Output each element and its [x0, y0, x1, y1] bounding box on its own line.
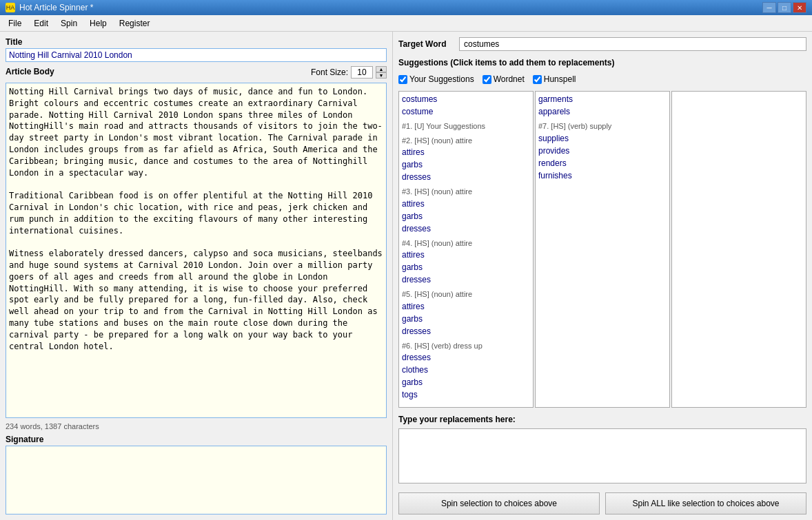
suggestion-group-header: #2. [HS] (noun) attire [402, 135, 530, 147]
target-word-label: Target Word [398, 39, 454, 49]
checkbox-your-suggestions-input[interactable] [398, 75, 407, 84]
article-body-container [6, 83, 387, 418]
checkboxes-row: Your Suggestions Wordnet Hunspell [398, 74, 806, 84]
spin-selection-button[interactable]: Spin selection to choices above [398, 492, 600, 514]
menu-spin[interactable]: Spin [55, 17, 83, 30]
suggestions-columns: costumescostume#1. [U] Your Suggestions#… [398, 91, 806, 408]
suggestion-item[interactable]: attires [402, 249, 530, 261]
menu-file[interactable]: File [3, 17, 27, 30]
close-button[interactable]: ✕ [793, 2, 806, 13]
app-title: Hot Article Spinner * [19, 3, 93, 12]
title-bar-buttons: ─ □ ✕ [762, 2, 806, 13]
suggestion-group-header: #5. [HS] (noun) attire [402, 289, 530, 300]
spin-all-selection-button[interactable]: Spin ALL like selection to choices above [605, 492, 806, 514]
suggestion-item[interactable]: clothes [402, 364, 530, 376]
menu-register[interactable]: Register [114, 17, 156, 30]
font-size-input[interactable] [351, 66, 373, 79]
suggestion-item[interactable]: dresses [402, 222, 530, 235]
article-body[interactable] [6, 83, 387, 418]
suggestion-item[interactable]: renders [538, 157, 667, 169]
suggestion-item[interactable]: garbs [402, 261, 530, 273]
replacements-label: Type your replacements here: [398, 415, 806, 424]
suggestion-item[interactable]: garbs [402, 210, 530, 222]
suggestion-item[interactable]: garments [538, 93, 667, 105]
title-bar: HA Hot Article Spinner * ─ □ ✕ [0, 0, 812, 15]
checkbox-your-suggestions-label: Your Suggestions [409, 74, 474, 84]
font-size-up[interactable]: ▲ [376, 66, 387, 72]
suggestion-item[interactable]: attires [402, 146, 530, 158]
menu-bar: File Edit Spin Help Register [0, 15, 812, 32]
suggestion-item[interactable]: dresses [402, 171, 530, 183]
suggestion-group-header: #3. [HS] (noun) attire [402, 186, 530, 198]
checkbox-hunspell-input[interactable] [533, 75, 542, 84]
font-size-control: Font Size: ▲ ▼ [311, 66, 387, 79]
title-bar-left: HA Hot Article Spinner * [6, 3, 93, 12]
app-icon: HA [6, 3, 15, 12]
suggestion-item[interactable]: dresses [402, 273, 530, 286]
suggestion-item[interactable]: garbs [402, 158, 530, 171]
suggestion-item[interactable]: supplies [538, 132, 667, 145]
left-panel: Title Article Body Font Size: ▲ ▼ 234 wo… [0, 32, 393, 520]
title-section: Title [6, 37, 387, 62]
suggestion-item[interactable]: costume [402, 105, 530, 118]
target-word-row: Target Word costumes [398, 37, 806, 51]
checkbox-wordnet-input[interactable] [483, 75, 491, 84]
target-word-value: costumes [459, 37, 806, 51]
suggestion-group-header: #4. [HS] (noun) attire [402, 238, 530, 249]
suggestion-item[interactable]: provides [538, 145, 667, 157]
checkbox-hunspell-label: Hunspell [544, 74, 576, 84]
font-size-down[interactable]: ▼ [376, 72, 387, 79]
checkbox-hunspell[interactable]: Hunspell [533, 74, 576, 84]
suggestion-item[interactable]: garbs [402, 313, 530, 325]
suggestion-item[interactable]: furnishes [538, 169, 667, 182]
suggestion-item[interactable]: dresses [402, 325, 530, 337]
replacements-area[interactable] [398, 428, 806, 483]
suggestion-group-header: #1. [U] Your Suggestions [402, 121, 530, 132]
suggestion-col-1: costumescostume#1. [U] Your Suggestions#… [398, 91, 534, 408]
suggestion-group-header: #6. [HS] (verb) dress up [402, 340, 530, 352]
menu-help[interactable]: Help [84, 17, 112, 30]
article-body-header: Article Body Font Size: ▲ ▼ [6, 66, 387, 79]
article-body-label: Article Body [6, 67, 54, 76]
suggestion-item[interactable]: togs [402, 388, 530, 401]
checkbox-your-suggestions[interactable]: Your Suggestions [398, 74, 474, 84]
suggestion-col-3 [671, 91, 806, 408]
right-panel: Target Word costumes Suggestions (Click … [393, 32, 812, 520]
title-label: Title [6, 37, 387, 47]
suggestions-header: Suggestions (Click items to add them to … [398, 58, 806, 67]
font-size-label: Font Size: [311, 67, 348, 77]
checkbox-wordnet[interactable]: Wordnet [483, 74, 525, 84]
suggestion-item[interactable]: attires [402, 300, 530, 313]
suggestion-item[interactable]: costumes [402, 93, 530, 105]
main-container: Title Article Body Font Size: ▲ ▼ 234 wo… [0, 32, 812, 520]
suggestion-item[interactable]: garbs [402, 376, 530, 388]
buttons-row: Spin selection to choices above Spin ALL… [398, 492, 806, 514]
maximize-button[interactable]: □ [778, 2, 791, 13]
menu-edit[interactable]: Edit [28, 17, 54, 30]
minimize-button[interactable]: ─ [762, 2, 776, 13]
suggestion-group-header: #7. [HS] (verb) supply [538, 121, 667, 132]
suggestion-col-2: garmentsapparels#7. [HS] (verb) supplysu… [535, 91, 670, 408]
checkbox-wordnet-label: Wordnet [494, 74, 525, 84]
font-size-spinner: ▲ ▼ [376, 66, 387, 79]
title-input[interactable] [6, 48, 387, 62]
signature-section: Signature [6, 435, 387, 514]
signature-box[interactable] [6, 446, 387, 514]
suggestion-item[interactable]: apparels [538, 105, 667, 118]
suggestion-item[interactable]: attires [402, 198, 530, 210]
suggestion-item[interactable]: dresses [402, 351, 530, 364]
signature-label: Signature [6, 435, 387, 444]
word-count: 234 words, 1387 characters [6, 422, 387, 430]
